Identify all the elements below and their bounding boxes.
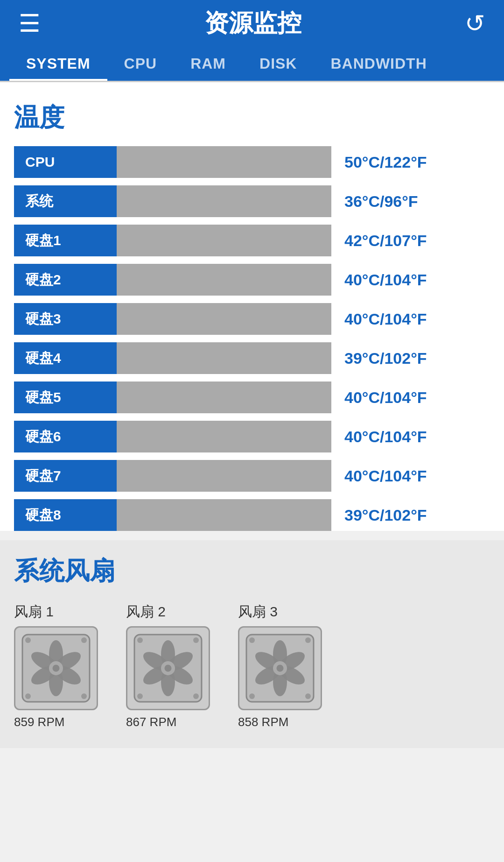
temp-value: 36°C/96°F <box>344 192 418 211</box>
svg-point-28 <box>305 637 311 643</box>
tab-bar: SYSTEMCPURAMDISKBANDWIDTH <box>0 47 504 82</box>
temp-bar-container: 硬盘2 <box>14 264 331 296</box>
temp-bar-fill <box>117 382 331 413</box>
tab-bandwidth[interactable]: BANDWIDTH <box>314 47 443 81</box>
svg-point-27 <box>249 637 255 643</box>
temp-bar-container: 硬盘6 <box>14 421 331 452</box>
temp-row: 硬盘540°C/104°F <box>14 382 490 413</box>
temp-bar-container: 硬盘3 <box>14 303 331 335</box>
temp-bar-label: CPU <box>14 146 117 178</box>
temp-bar-fill <box>117 225 331 256</box>
temp-bar-fill <box>117 460 331 492</box>
fan-label: 风扇 1 <box>14 602 54 622</box>
temp-value: 40°C/104°F <box>344 271 427 289</box>
fans-row: 风扇 1 <box>14 602 490 729</box>
temp-bar-container: 系统 <box>14 185 331 217</box>
svg-point-4 <box>81 693 87 699</box>
temp-value: 39°C/102°F <box>344 349 427 367</box>
temp-bar-fill <box>117 264 331 296</box>
temp-value: 40°C/104°F <box>344 428 427 446</box>
tab-cpu[interactable]: CPU <box>107 47 174 81</box>
temperature-section-title: 温度 <box>14 101 490 135</box>
fan-svg-icon <box>245 633 315 703</box>
temp-bar-label: 硬盘3 <box>14 303 117 335</box>
svg-point-30 <box>305 693 311 699</box>
temp-row: 硬盘240°C/104°F <box>14 264 490 296</box>
fan-rpm: 867 RPM <box>126 715 176 729</box>
temp-bar-label: 硬盘1 <box>14 225 117 256</box>
temp-value: 40°C/104°F <box>344 467 427 485</box>
temp-value: 42°C/107°F <box>344 232 427 250</box>
temp-row: 硬盘439°C/102°F <box>14 342 490 374</box>
temp-row: CPU50°C/122°F <box>14 146 490 178</box>
svg-point-1 <box>25 637 31 643</box>
tab-system[interactable]: SYSTEM <box>9 47 107 81</box>
fan-svg-icon <box>21 633 91 703</box>
temp-value: 39°C/102°F <box>344 506 427 524</box>
temp-bar-container: 硬盘1 <box>14 225 331 256</box>
svg-point-2 <box>81 637 87 643</box>
temp-row: 系统36°C/96°F <box>14 185 490 217</box>
temp-bar-fill <box>117 185 331 217</box>
temp-bar-fill <box>117 303 331 335</box>
svg-point-14 <box>137 637 143 643</box>
temp-bar-label: 硬盘4 <box>14 342 117 374</box>
temp-bar-fill <box>117 342 331 374</box>
fan-section-title: 系统风扇 <box>14 554 490 588</box>
temp-bar-label: 硬盘6 <box>14 421 117 452</box>
fan-item: 风扇 2 <box>126 602 210 729</box>
fan-icon <box>238 626 322 710</box>
svg-point-17 <box>193 693 199 699</box>
temp-bar-fill <box>117 421 331 452</box>
fan-section: 系统风扇 风扇 1 <box>0 540 504 748</box>
temp-row: 硬盘740°C/104°F <box>14 460 490 492</box>
temp-row: 硬盘340°C/104°F <box>14 303 490 335</box>
fan-rpm: 859 RPM <box>14 715 64 729</box>
tab-ram[interactable]: RAM <box>174 47 243 81</box>
temp-bar-fill <box>117 146 331 178</box>
temp-bar-label: 系统 <box>14 185 117 217</box>
temp-bar-label: 硬盘5 <box>14 382 117 413</box>
temp-bar-container: CPU <box>14 146 331 178</box>
temp-bar-label: 硬盘8 <box>14 499 117 531</box>
fan-svg-icon <box>133 633 203 703</box>
temp-value: 40°C/104°F <box>344 310 427 328</box>
tab-disk[interactable]: DISK <box>243 47 314 81</box>
fan-item: 风扇 1 <box>14 602 98 729</box>
svg-point-15 <box>193 637 199 643</box>
svg-point-29 <box>249 693 255 699</box>
main-content: 温度 CPU50°C/122°F系统36°C/96°F硬盘142°C/107°F… <box>0 82 504 531</box>
temp-value: 50°C/122°F <box>344 153 427 171</box>
temp-bar-container: 硬盘4 <box>14 342 331 374</box>
temp-bar-container: 硬盘8 <box>14 499 331 531</box>
svg-point-38 <box>277 665 284 672</box>
temp-row: 硬盘142°C/107°F <box>14 225 490 256</box>
temp-bar-container: 硬盘7 <box>14 460 331 492</box>
fan-item: 风扇 3 <box>238 602 322 729</box>
temp-value: 40°C/104°F <box>344 389 427 407</box>
svg-point-16 <box>137 693 143 699</box>
svg-point-25 <box>165 665 172 672</box>
refresh-icon[interactable]: ↺ <box>465 9 485 37</box>
temp-bar-fill <box>117 499 331 531</box>
hamburger-icon[interactable]: ☰ <box>19 9 41 37</box>
temp-row: 硬盘839°C/102°F <box>14 499 490 531</box>
fan-rpm: 858 RPM <box>238 715 288 729</box>
temp-bar-label: 硬盘2 <box>14 264 117 296</box>
svg-point-3 <box>25 693 31 699</box>
temp-bar-label: 硬盘7 <box>14 460 117 492</box>
fan-label: 风扇 3 <box>238 602 278 622</box>
svg-point-12 <box>53 665 60 672</box>
header: ☰ 资源监控 ↺ <box>0 0 504 47</box>
temp-row: 硬盘640°C/104°F <box>14 421 490 452</box>
fan-icon <box>126 626 210 710</box>
fan-label: 风扇 2 <box>126 602 166 622</box>
temp-bar-container: 硬盘5 <box>14 382 331 413</box>
header-title: 资源监控 <box>204 7 301 40</box>
fan-icon <box>14 626 98 710</box>
